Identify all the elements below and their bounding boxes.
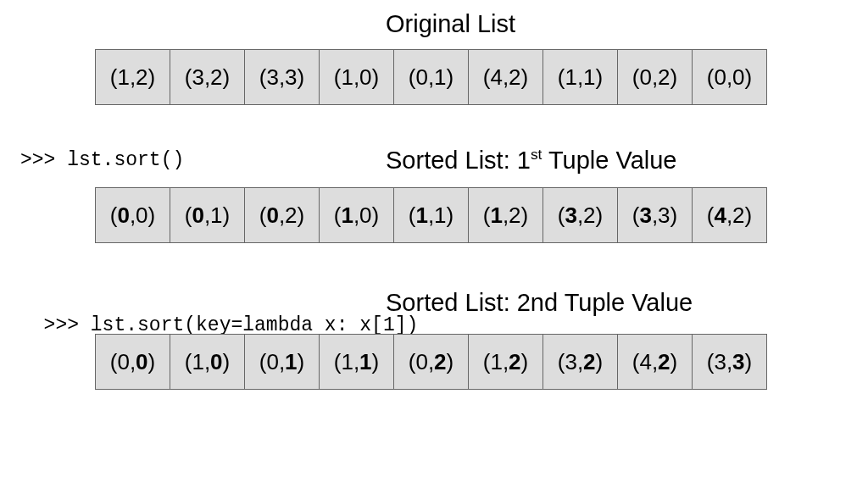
tuple-cell: (1, 2) xyxy=(469,187,543,243)
title-sorted-first-sup: st xyxy=(531,146,542,163)
tuple-cell: (0, 1) xyxy=(245,334,320,390)
tuple-cell: (1, 0) xyxy=(320,49,394,105)
row-sorted-first: (0, 0)(0, 1)(0, 2)(1, 0)(1, 1)(1, 2)(3, … xyxy=(95,187,767,243)
title-sorted-second: Sorted List: 2nd Tuple Value xyxy=(386,289,693,317)
tuple-cell: (3, 2) xyxy=(543,334,618,390)
tuple-cell: (4, 2) xyxy=(469,49,543,105)
tuple-cell: (0, 0) xyxy=(96,187,170,243)
tuple-cell: (1, 0) xyxy=(170,334,245,390)
tuple-cell: (3, 3) xyxy=(618,187,693,243)
tuple-cell: (1, 1) xyxy=(543,49,618,105)
code-sort-default: >>> lst.sort() xyxy=(20,149,184,171)
tuple-cell: (0, 2) xyxy=(618,49,693,105)
title-sorted-first-prefix: Sorted List: 1 xyxy=(386,147,531,174)
tuple-cell: (0, 2) xyxy=(394,334,469,390)
tuple-cell: (3, 3) xyxy=(245,49,320,105)
tuple-cell: (1, 0) xyxy=(320,187,394,243)
title-sorted-first: Sorted List: 1st Tuple Value xyxy=(386,146,676,175)
tuple-cell: (1, 1) xyxy=(394,187,469,243)
tuple-cell: (1, 2) xyxy=(469,334,543,390)
tuple-cell: (0, 1) xyxy=(170,187,245,243)
tuple-cell: (3, 2) xyxy=(170,49,245,105)
code-sort-lambda: >>> lst.sort(key=lambda x: x[1]) xyxy=(20,292,418,336)
tuple-cell: (1, 1) xyxy=(320,334,394,390)
row-sorted-second: (0, 0)(1, 0)(0, 1)(1, 1)(0, 2)(1, 2)(3, … xyxy=(95,334,767,390)
tuple-cell: (1, 2) xyxy=(96,49,170,105)
tuple-cell: (0, 0) xyxy=(693,49,767,105)
tuple-cell: (4, 2) xyxy=(693,187,767,243)
title-original: Original List xyxy=(386,10,515,38)
tuple-cell: (3, 3) xyxy=(693,334,767,390)
title-sorted-first-suffix: Tuple Value xyxy=(542,147,676,174)
tuple-cell: (0, 2) xyxy=(245,187,320,243)
tuple-cell: (3, 2) xyxy=(543,187,618,243)
tuple-cell: (0, 1) xyxy=(394,49,469,105)
tuple-cell: (0, 0) xyxy=(96,334,170,390)
row-original: (1, 2)(3, 2)(3, 3)(1, 0)(0, 1)(4, 2)(1, … xyxy=(95,49,767,105)
tuple-cell: (4, 2) xyxy=(618,334,693,390)
